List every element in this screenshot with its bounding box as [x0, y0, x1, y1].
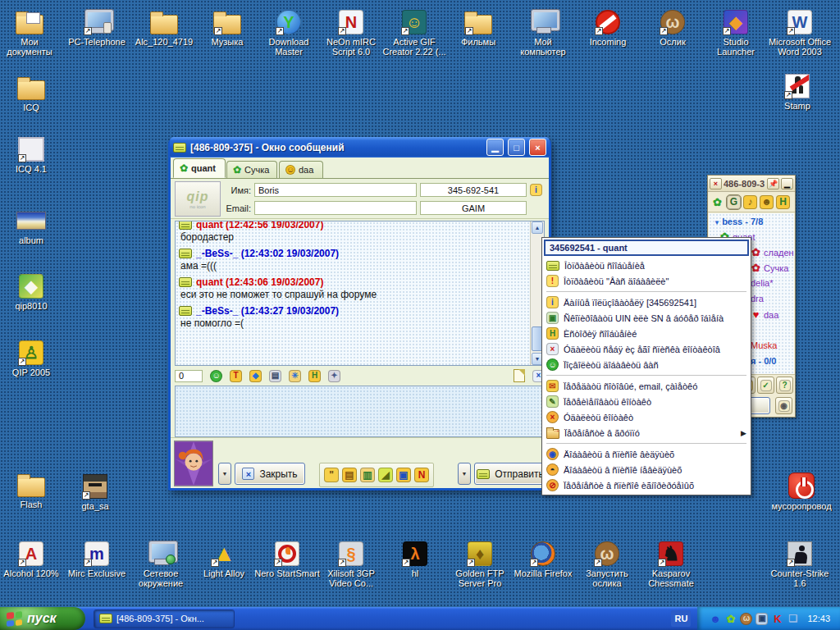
reading-icon[interactable]: ▥	[360, 468, 375, 482]
menu-item-item[interactable]: ×Óäàëèòü ñåáÿ èç åãî ñïèñêà êîíòàêòîâ	[544, 341, 749, 357]
g-mode-icon[interactable]: G	[727, 195, 741, 209]
menu-item-item[interactable]: Îòïðàâèòü ñîîáùåíèå	[544, 258, 749, 273]
templates-icon[interactable]: ▤	[342, 468, 357, 482]
email-field[interactable]	[254, 201, 417, 215]
quotes-icon[interactable]: "	[324, 468, 339, 482]
contact-row-dra[interactable]: dra	[751, 294, 764, 304]
contact-row-delia[interactable]: delia*	[751, 278, 774, 288]
help-button[interactable]: ?	[776, 377, 793, 394]
scroll-up-button[interactable]: ▲	[532, 221, 543, 234]
desktop-icon-kasparov-chessmate[interactable]: ♞↗Kasparov Chessmate	[638, 538, 704, 588]
desktop-icon-mirc-exclusive[interactable]: m↗Mirc Exclusive	[64, 538, 130, 578]
message-log[interactable]: quant (12:42:56 19/03/2007)бородастер_-B…	[175, 221, 545, 366]
desktop-icon-xilisoft-3gp-video-co[interactable]: §↗Xilisoft 3GP Video Co...	[318, 538, 384, 588]
kaspersky-icon[interactable]: K	[771, 613, 783, 625]
desktop-icon-мусоропровод[interactable]: мусоропровод	[769, 471, 834, 511]
menu-item-item[interactable]: ✎Ïåðåèìåíîâàòü êîíòàêò	[544, 394, 749, 409]
smiley-icon[interactable]: ☺	[210, 370, 222, 382]
window-icon[interactable]: ▣	[396, 468, 411, 482]
desktop-icon-album[interactable]: album	[0, 205, 64, 245]
close-options-dropdown[interactable]: ▼	[218, 463, 231, 485]
desktop-icon-counter-strike-1-6[interactable]: ↗Counter-Strike 1.6	[767, 538, 833, 588]
contact-row-сучка[interactable]: ✿Сучка	[751, 262, 788, 273]
menu-item-email[interactable]: ✉Ïåðåäàòü ñîòîâûé, email, çàìåòêó	[544, 378, 749, 394]
archive-icon[interactable]: ✳	[289, 370, 301, 382]
desktop-icon-alcohol-120[interactable]: A↗Alcohol 120%	[0, 538, 64, 578]
desktop-icon-мой-компьютер[interactable]: Мой компьютер	[510, 7, 576, 57]
desktop-icon-музыка[interactable]: ↗Музыка	[194, 7, 260, 47]
desktop-icon-ослик[interactable]: ω↗Ослик	[640, 7, 705, 47]
tab-quant[interactable]: ✿quant	[173, 158, 226, 178]
desktop-icon-qip-2005[interactable]: ♙↗QIP 2005	[0, 337, 64, 377]
taskbar-task-button[interactable]: [486-809-375] - Окн...	[94, 609, 235, 628]
desktop-icon-alc-120-4719[interactable]: Alc_120_4719	[131, 7, 197, 47]
save-icon[interactable]: ▤	[269, 370, 281, 382]
desktop-icon-gta-sa[interactable]: ↗gta_sa	[62, 471, 128, 511]
icq-flower-icon[interactable]: ✿	[724, 613, 737, 625]
contact-row-muska[interactable]: Muska	[751, 340, 777, 350]
history-icon[interactable]: H	[308, 370, 321, 382]
desktop-icon-mozilla-firefox[interactable]: ↗Mozilla Firefox	[510, 538, 576, 578]
display-icon[interactable]: ▣	[756, 613, 768, 625]
desktop-icon-сетевое-окружение[interactable]: Сетевое окружение	[128, 538, 194, 588]
eye-button[interactable]: ◉	[775, 397, 792, 414]
menu-item-uin-sn[interactable]: ▣Ñêîïèðîâàòü UIN èëè SN â áóôåð îáìåíà	[544, 310, 749, 326]
contact-list-titlebar[interactable]: × 486-809-3 📌 ▁	[708, 176, 795, 192]
desktop-icon-запустить-ослика[interactable]: ω↗Запустить ослика	[574, 538, 640, 588]
messenger-icon[interactable]: ☻	[709, 613, 721, 625]
tools-icon[interactable]: ◢	[378, 468, 393, 482]
send-options-dropdown[interactable]: ▼	[458, 463, 471, 485]
desktop-icon-active-gif-creator-2-22[interactable]: ☺↗Active GIF Creator 2.22 (...	[381, 7, 447, 57]
contact-row-я-0-0[interactable]: я - 0/0	[751, 356, 777, 366]
history-icon[interactable]: H	[776, 195, 790, 209]
minimize-button[interactable]: ▁	[486, 139, 504, 156]
group-header[interactable]: ▼ bess - 7/8	[714, 217, 763, 226]
desktop-icon-icq-4-1[interactable]: ↗ICQ 4.1	[0, 134, 64, 174]
desktop-icon-flash[interactable]: Flash	[0, 469, 64, 509]
desktop-icon-neon-mirc-script-6-0[interactable]: N↗NeOn mIRC Script 6.0	[318, 7, 384, 57]
desktop-icon-incoming[interactable]: ↗Incoming	[575, 7, 641, 47]
contact-row-сладень[interactable]: ✿сладень	[751, 247, 794, 258]
fill-color-icon[interactable]: ◆	[249, 370, 262, 382]
desktop-icon-golden-ftp-server-pro[interactable]: ♦↗Golden FTP Server Pro	[447, 538, 513, 588]
tasks-button[interactable]: ✓	[757, 377, 774, 394]
desktop-icon-microsoft-office-word-2003[interactable]: W↗Microsoft Office Word 2003	[767, 7, 833, 57]
minimize-icon[interactable]: ▁	[781, 178, 793, 189]
maximize-button[interactable]: □	[508, 139, 525, 156]
context-menu-header[interactable]: 345692541 - quant	[544, 240, 749, 256]
menu-item-item[interactable]: ☺Ïîçâîëèòü äîáàâèòü âàñ	[544, 357, 749, 372]
new-note-icon[interactable]	[514, 369, 525, 382]
menu-item-item[interactable]: HÈñòîðèÿ ñîîáùåíèé	[544, 326, 749, 341]
tab-сучка[interactable]: ✿Сучка	[226, 161, 277, 178]
emule-icon[interactable]: ω	[740, 613, 752, 625]
desktop-icon-мои-документы[interactable]: Мои документы	[0, 7, 62, 57]
desktop-icon-download-master[interactable]: Y↗Download Master	[256, 7, 322, 57]
menu-item-item[interactable]: Ïåðåíåñòè â ãðóïïó▶	[544, 425, 749, 441]
language-indicator[interactable]: RU	[671, 610, 691, 627]
desktop-icon-hl[interactable]: λ↗hl	[382, 538, 448, 578]
name-field[interactable]: Boris	[254, 183, 417, 197]
menu-item-item[interactable]: ×Óäàëèòü êîíòàêò	[544, 409, 749, 425]
message-window-titlebar[interactable]: [486-809-375] - Окно сообщений ▁ □ ×	[170, 137, 550, 158]
network-tray-icon[interactable]: ❏	[787, 613, 799, 625]
desktop-icon-nero-startsmart[interactable]: ↗Nero StartSmart	[254, 538, 320, 578]
desktop-icon-icq[interactable]: ICQ	[0, 72, 64, 112]
flower-icon[interactable]: ✿	[710, 195, 724, 209]
desktop-icon-light-alloy[interactable]: ▲↗Light Alloy	[191, 538, 257, 578]
desktop-icon-pc-telephone[interactable]: ↗PC-Telephone	[64, 7, 130, 47]
contact-row-daa[interactable]: ♥daa	[751, 309, 778, 320]
contacts-icon[interactable]: ☻	[760, 195, 774, 209]
key-icon[interactable]: ✦	[328, 370, 340, 382]
menu-item-item[interactable]: !Îòïðàâèòü "Âàñ äîáàâèëè"	[544, 273, 749, 289]
font-color-icon[interactable]: T	[230, 370, 242, 382]
menu-item-item[interactable]: ⊘Ïåðåíåñòè â ñïèñîê èãíîðèðóåìûõ	[544, 477, 749, 493]
menu-item-item[interactable]: ◓Äîáàâèòü â ñïèñîê íåâèäÿùèõ	[544, 462, 749, 477]
info-icon[interactable]: i	[530, 184, 542, 196]
menu-item-item[interactable]: ◉Äîáàâèòü â ñïèñîê âèäÿùèõ	[544, 446, 749, 462]
start-button[interactable]: пуск	[0, 607, 85, 630]
send-button[interactable]: Отправить	[474, 463, 546, 485]
pin-icon[interactable]: 📌	[767, 178, 779, 189]
desktop-icon-qip8010[interactable]: ◆qip8010	[0, 271, 64, 311]
tab-daa[interactable]: ☺daa	[279, 161, 323, 178]
menu-item-345692541[interactable]: iÄàííûå ïîëüçîâàòåëÿ [345692541]	[544, 294, 749, 310]
